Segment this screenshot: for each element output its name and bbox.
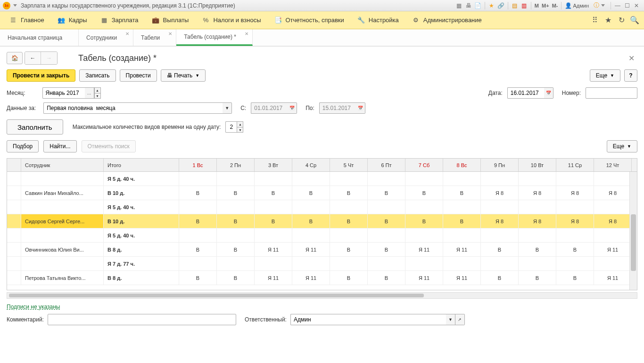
cell-day[interactable]	[330, 257, 368, 270]
cell-total[interactable]: В 8 д.	[104, 271, 179, 285]
cell-day[interactable]: В	[368, 214, 405, 228]
cell-day[interactable]: В	[368, 271, 405, 285]
cell-total[interactable]: В 10 д.	[104, 214, 179, 228]
search-icon[interactable]: 🔍	[628, 14, 641, 27]
cell-day[interactable]	[217, 172, 255, 186]
cell-day[interactable]	[292, 172, 330, 186]
cell-day[interactable]: Я 8	[481, 186, 519, 200]
cell-day[interactable]	[519, 172, 556, 186]
max-types-input[interactable]	[225, 121, 237, 133]
cell-day[interactable]	[217, 257, 255, 270]
close-icon[interactable]: ✕	[245, 31, 248, 36]
cell-day[interactable]	[405, 200, 443, 214]
vertical-scrollbar[interactable]	[629, 172, 637, 290]
table-row[interactable]: Я 5 д. 40 ч.	[7, 172, 637, 186]
cell-day[interactable]: В	[330, 186, 368, 200]
cell-day[interactable]: Я 11	[292, 271, 330, 285]
signatures-link[interactable]: Подписи не указаны	[7, 304, 60, 310]
responsible-input[interactable]	[290, 314, 446, 325]
cell-day[interactable]: В	[255, 186, 292, 200]
cell-day[interactable]	[330, 200, 368, 214]
cell-day[interactable]	[405, 228, 443, 242]
maximize-icon[interactable]: ☐	[623, 1, 631, 10]
cell-day[interactable]: В	[255, 214, 292, 228]
cell-day[interactable]	[405, 257, 443, 270]
toolbar-icon-3[interactable]: 📄	[474, 1, 482, 10]
calendar-icon[interactable]: ▥	[520, 1, 528, 10]
grid-body[interactable]: Я 5 д. 40 ч.Савкин Иван Михайло...В 10 д…	[7, 172, 637, 289]
cell-day[interactable]: Я 8	[556, 214, 594, 228]
month-up-icon[interactable]: ▲	[94, 87, 101, 93]
cell-day[interactable]	[556, 200, 594, 214]
cell-day[interactable]: В	[217, 243, 255, 256]
comment-input[interactable]	[48, 314, 236, 325]
table-row[interactable]: Я 7 д. 77 ч.	[7, 257, 637, 271]
cell-day[interactable]: В	[179, 271, 217, 285]
zoom-m[interactable]: M	[533, 3, 540, 8]
post-button[interactable]: Провести	[120, 69, 157, 82]
cell-day[interactable]	[443, 172, 481, 186]
cell-day[interactable]: В	[368, 186, 405, 200]
info-icon[interactable]: ⓘ	[592, 1, 601, 10]
cell-day[interactable]: Я 11	[594, 243, 632, 256]
col-day-5[interactable]: 5 Чт	[330, 159, 368, 171]
cell-day[interactable]	[594, 228, 632, 242]
find-button[interactable]: Найти...	[43, 140, 76, 152]
help-button[interactable]: ?	[624, 69, 637, 82]
number-input[interactable]	[586, 87, 637, 99]
cell-day[interactable]	[368, 200, 405, 214]
col-day-6[interactable]: 6 Пт	[368, 159, 405, 171]
cell-day[interactable]: Я 11	[405, 271, 443, 285]
table-row[interactable]: Сидоров Сергей Серге...В 10 д.ВВВВВВВВЯ …	[7, 214, 637, 228]
cell-day[interactable]	[556, 257, 594, 270]
cell-day[interactable]: В	[179, 214, 217, 228]
table-row[interactable]: Я 5 д. 40 ч.	[7, 200, 637, 214]
home-button[interactable]: 🏠	[7, 52, 23, 64]
from-date-icon[interactable]: 📅	[288, 102, 297, 114]
cell-day[interactable]	[405, 172, 443, 186]
cell-employee[interactable]	[21, 172, 104, 186]
cell-day[interactable]: В	[330, 214, 368, 228]
cell-day[interactable]: В	[330, 243, 368, 256]
cell-day[interactable]: В	[405, 214, 443, 228]
month-down-icon[interactable]: ▼	[94, 93, 101, 99]
cell-employee[interactable]	[21, 257, 104, 270]
minimize-icon[interactable]: —	[613, 1, 622, 10]
cell-day[interactable]	[179, 172, 217, 186]
cell-day[interactable]: В	[330, 271, 368, 285]
cell-day[interactable]: В	[481, 243, 519, 256]
cell-day[interactable]: В	[481, 271, 519, 285]
menu-otchet[interactable]: 📑Отчетность, справки	[268, 14, 351, 27]
dropdown-icon[interactable]: ▼	[223, 102, 232, 114]
cell-day[interactable]	[292, 228, 330, 242]
close-icon[interactable]: ✕	[125, 31, 129, 36]
info-dropdown-icon[interactable]	[601, 4, 605, 7]
history-icon[interactable]: ↻	[615, 14, 628, 27]
data-for-select[interactable]	[43, 102, 223, 114]
tab-tabel-new[interactable]: Табель (создание) *✕	[176, 29, 253, 46]
cell-day[interactable]	[255, 257, 292, 270]
col-day-2[interactable]: 2 Пн	[217, 159, 255, 171]
pick-button[interactable]: Подбор	[7, 140, 39, 152]
cell-day[interactable]	[217, 200, 255, 214]
menu-hamburger[interactable]: ☰Главное	[3, 14, 51, 27]
more-button[interactable]: Еще▼	[590, 69, 620, 82]
cell-day[interactable]: Я 8	[519, 186, 556, 200]
col-day-8[interactable]: 8 Вс	[443, 159, 481, 171]
col-day-10[interactable]: 10 Вт	[519, 159, 556, 171]
cell-day[interactable]: В	[556, 243, 594, 256]
cell-day[interactable]: В	[519, 271, 556, 285]
app-menu-dropdown-icon[interactable]	[13, 4, 17, 7]
cell-day[interactable]	[179, 228, 217, 242]
cell-day[interactable]	[481, 228, 519, 242]
forward-button[interactable]: →	[41, 52, 57, 64]
menu-vyplaty[interactable]: 💼Выплаты	[145, 14, 196, 27]
cell-day[interactable]	[594, 257, 632, 270]
col-day-1[interactable]: 1 Вс	[179, 159, 217, 171]
apps-grid-icon[interactable]: ⠿	[588, 14, 602, 27]
menu-nastroika[interactable]: 🔧Настройка	[351, 14, 405, 27]
cell-day[interactable]	[330, 172, 368, 186]
cell-day[interactable]: В	[556, 271, 594, 285]
print-button[interactable]: 🖶 Печать▼	[161, 69, 206, 82]
close-window-icon[interactable]: ✕	[632, 1, 641, 10]
